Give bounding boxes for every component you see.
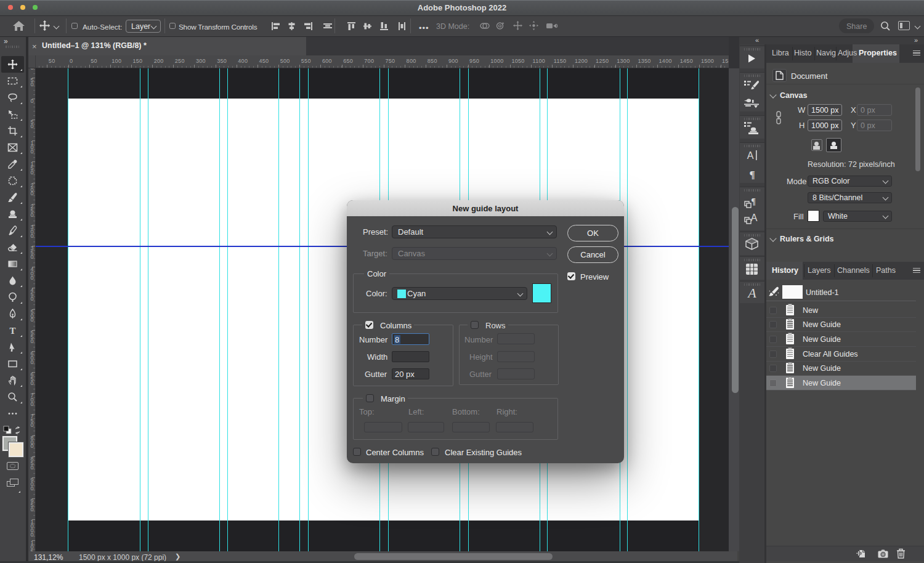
svg-text:A: A <box>747 286 756 300</box>
svg-text:¶: ¶ <box>749 169 755 180</box>
svg-text:A: A <box>747 150 754 161</box>
svg-text:¶: ¶ <box>751 197 756 206</box>
svg-text:A: A <box>751 213 758 223</box>
svg-text:T: T <box>9 326 15 336</box>
